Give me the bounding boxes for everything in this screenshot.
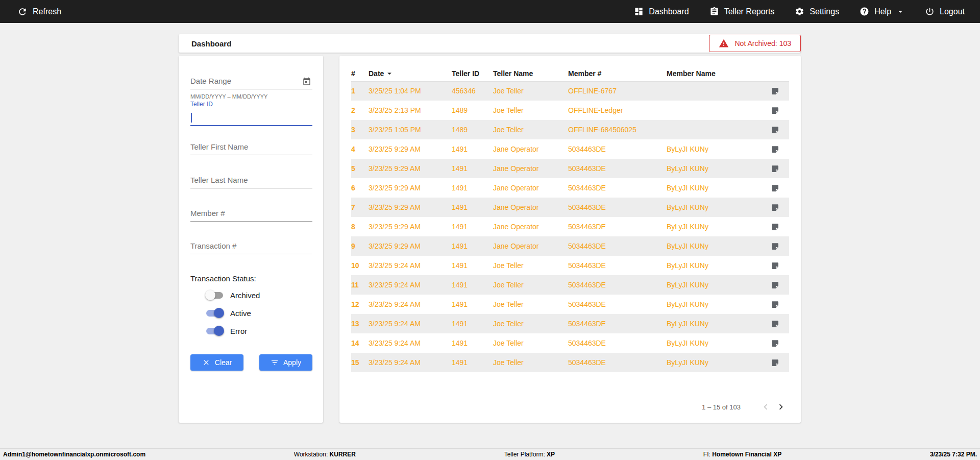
financial-institution-info: FI: Hometown Financial XP <box>703 451 781 458</box>
text-caret <box>191 113 192 123</box>
note-icon[interactable] <box>771 164 789 173</box>
transactions-table: # Date Teller ID Teller Name Member # Me… <box>351 66 789 372</box>
next-page-button[interactable] <box>773 399 789 415</box>
date-range-format-hint: MM/DD/YYYY – MM/DD/YYYY <box>190 93 267 100</box>
row-number: 11 <box>351 275 369 295</box>
date-range-field <box>190 73 312 89</box>
table-row[interactable]: 8 3/23/25 9:29 AM 1491 Jane Operator 503… <box>351 217 789 236</box>
nav-dashboard-label: Dashboard <box>649 7 689 16</box>
table-row[interactable]: 4 3/23/25 9:29 AM 1491 Jane Operator 503… <box>351 139 789 159</box>
table-row[interactable]: 9 3/23/25 9:29 AM 1491 Jane Operator 503… <box>351 236 789 256</box>
clear-button[interactable]: Clear <box>190 354 243 371</box>
note-icon[interactable] <box>771 300 789 309</box>
table-row[interactable]: 6 3/23/25 9:29 AM 1491 Jane Operator 503… <box>351 178 789 198</box>
toggle-switch[interactable] <box>206 328 223 334</box>
note-icon[interactable] <box>771 358 789 367</box>
toggle-knob <box>214 308 224 318</box>
status-toggle-list: Archived Active Error <box>206 289 260 336</box>
power-icon <box>925 7 935 16</box>
topbar-nav: Dashboard Teller Reports Settings Help <box>634 7 965 16</box>
note-icon[interactable] <box>771 106 789 115</box>
teller-id-label: Teller ID <box>190 101 312 108</box>
table-row[interactable]: 15 3/23/25 9:24 AM 1491 Joe Teller 50344… <box>351 353 789 372</box>
teller-id-input[interactable] <box>190 108 312 126</box>
refresh-button[interactable]: Refresh <box>17 7 61 17</box>
row-teller-id: 1489 <box>452 120 493 139</box>
note-icon[interactable] <box>771 261 789 270</box>
table-row[interactable]: 2 3/23/25 2:13 PM 1489 Joe Teller OFFLIN… <box>351 101 789 120</box>
row-member-number: OFFLINE-Ledger <box>568 101 667 120</box>
row-teller-id: 456346 <box>452 81 493 101</box>
teller-last-name-input[interactable] <box>190 172 312 188</box>
note-icon[interactable] <box>771 223 789 231</box>
nav-logout[interactable]: Logout <box>925 7 965 16</box>
transaction-number-input[interactable] <box>190 238 312 254</box>
table-row[interactable]: 14 3/23/25 9:24 AM 1491 Joe Teller 50344… <box>351 333 789 353</box>
date-range-input[interactable] <box>190 73 312 89</box>
toggle-error-label: Error <box>230 327 247 335</box>
teller-first-name-field <box>190 139 312 155</box>
nav-settings[interactable]: Settings <box>795 7 839 16</box>
refresh-icon <box>17 7 28 17</box>
note-icon[interactable] <box>771 320 789 328</box>
table-row[interactable]: 5 3/23/25 9:29 AM 1491 Jane Operator 503… <box>351 159 789 178</box>
toggle-error[interactable]: Error <box>206 325 260 336</box>
row-teller-name: Joe Teller <box>493 295 568 314</box>
row-teller-name: Joe Teller <box>493 81 568 101</box>
row-member-number: 5034463DE <box>568 178 667 198</box>
row-teller-name: Joe Teller <box>493 120 568 139</box>
toggle-archived[interactable]: Archived <box>206 289 260 301</box>
row-member-number: 5034463DE <box>568 275 667 295</box>
row-date: 3/23/25 9:29 AM <box>369 178 452 198</box>
table-row[interactable]: 13 3/23/25 9:24 AM 1491 Joe Teller 50344… <box>351 314 789 333</box>
table-row[interactable]: 10 3/23/25 9:24 AM 1491 Joe Teller 50344… <box>351 256 789 275</box>
note-icon[interactable] <box>771 87 789 95</box>
row-teller-name: Joe Teller <box>493 275 568 295</box>
nav-help[interactable]: Help <box>860 7 904 16</box>
row-teller-id: 1491 <box>452 139 493 159</box>
row-number: 5 <box>351 159 369 178</box>
row-date: 3/23/25 9:29 AM <box>369 139 452 159</box>
note-icon[interactable] <box>771 339 789 348</box>
nav-teller-reports[interactable]: Teller Reports <box>709 7 775 16</box>
note-icon[interactable] <box>771 203 789 212</box>
toggle-switch[interactable] <box>206 292 223 299</box>
transactions-panel: # Date Teller ID Teller Name Member # Me… <box>339 56 801 423</box>
page-header: Dashboard Not Archived: 103 <box>179 34 801 53</box>
toggle-active[interactable]: Active <box>206 307 260 319</box>
calendar-icon[interactable] <box>302 77 311 86</box>
note-icon[interactable] <box>771 281 789 289</box>
transaction-number-field <box>190 238 312 254</box>
clear-button-label: Clear <box>215 358 232 367</box>
previous-page-button[interactable] <box>758 399 773 415</box>
table-row[interactable]: 7 3/23/25 9:29 AM 1491 Jane Operator 503… <box>351 198 789 217</box>
toggle-active-label: Active <box>230 309 251 318</box>
toggle-switch[interactable] <box>206 310 223 317</box>
row-teller-id: 1491 <box>452 275 493 295</box>
table-row[interactable]: 11 3/23/25 9:24 AM 1491 Joe Teller 50344… <box>351 275 789 295</box>
row-teller-id: 1491 <box>452 256 493 275</box>
table-row[interactable]: 3 3/23/25 1:05 PM 1489 Joe Teller OFFLIN… <box>351 120 789 139</box>
apply-button[interactable]: Apply <box>259 354 312 371</box>
member-number-input[interactable] <box>190 205 312 222</box>
row-teller-id: 1491 <box>452 159 493 178</box>
row-member-name: ByLyJI KUNy <box>667 314 771 333</box>
page-title: Dashboard <box>179 39 231 48</box>
row-member-number: 5034463DE <box>568 353 667 372</box>
col-date[interactable]: Date <box>369 66 452 81</box>
note-icon[interactable] <box>771 184 789 192</box>
clipboard-report-icon <box>709 7 719 16</box>
row-member-number: 5034463DE <box>568 217 667 236</box>
teller-last-name-field <box>190 172 312 188</box>
nav-dashboard[interactable]: Dashboard <box>634 7 689 16</box>
note-icon[interactable] <box>771 126 789 134</box>
row-number: 8 <box>351 217 369 236</box>
row-teller-id: 1491 <box>452 198 493 217</box>
note-icon[interactable] <box>771 242 789 251</box>
row-teller-name: Joe Teller <box>493 256 568 275</box>
note-icon[interactable] <box>771 145 789 154</box>
table-row[interactable]: 12 3/23/25 9:24 AM 1491 Joe Teller 50344… <box>351 295 789 314</box>
teller-first-name-input[interactable] <box>190 139 312 155</box>
table-row[interactable]: 1 3/25/25 1:04 PM 456346 Joe Teller OFFL… <box>351 81 789 101</box>
row-member-number: OFFLINE-684506025 <box>568 120 667 139</box>
